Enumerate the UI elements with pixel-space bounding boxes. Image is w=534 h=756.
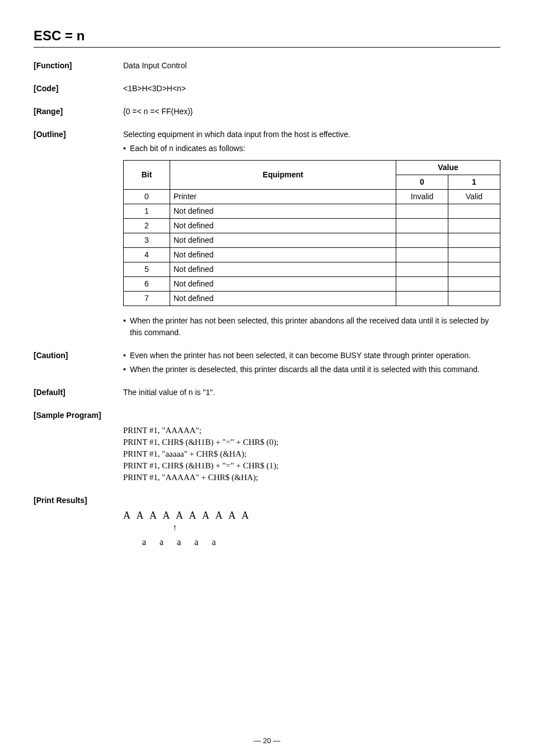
results-arrow: ↑ bbox=[172, 522, 500, 536]
function-label: [Function] bbox=[34, 60, 123, 72]
outline-bullet: Each bit of n indicates as follows: bbox=[123, 143, 500, 154]
sample-line: PRINT #1, "AAAAA" + CHR$ (&HA); bbox=[123, 472, 500, 483]
table-row: 4Not defined bbox=[124, 248, 500, 262]
table-row: 7Not defined bbox=[124, 292, 500, 306]
function-row: [Function] Data Input Control bbox=[34, 60, 500, 72]
table-row: 5Not defined bbox=[124, 262, 500, 277]
equipment-table: Bit Equipment Value 0 1 0PrinterInvalidV… bbox=[123, 160, 500, 306]
arrow-up-icon: ↑ bbox=[172, 521, 177, 534]
results-line-lower: a a a a a bbox=[142, 536, 500, 549]
outline-label: [Outline] bbox=[34, 129, 123, 339]
sample-line: PRINT #1, "aaaaa" + CHR$ (&HA); bbox=[123, 448, 500, 460]
default-row: [Default] The initial value of n is "1". bbox=[34, 387, 500, 398]
code-label: [Code] bbox=[34, 83, 123, 95]
caution-bullet-2: When the printer is deselected, this pri… bbox=[123, 364, 500, 375]
table-row: 6Not defined bbox=[124, 277, 500, 292]
th-0: 0 bbox=[396, 175, 448, 190]
sample-line: PRINT #1, CHR$ (&H1B) + "=" + CHR$ (0); bbox=[123, 436, 500, 448]
th-1: 1 bbox=[448, 175, 500, 190]
code-text: <1B>H<3D>H<n> bbox=[123, 83, 500, 95]
sample-line: PRINT #1, "AAAAA"; bbox=[123, 425, 500, 436]
results-line-upper: A A A A A A A A A A bbox=[123, 510, 500, 522]
table-row: 0PrinterInvalidValid bbox=[124, 190, 500, 204]
title-rule bbox=[34, 47, 500, 48]
sample-line: PRINT #1, CHR$ (&H1B) + "=" + CHR$ (1); bbox=[123, 460, 500, 472]
sample-code-block: PRINT #1, "AAAAA"; PRINT #1, CHR$ (&H1B)… bbox=[34, 425, 500, 483]
range-text: {0 =< n =< FF(Hex)} bbox=[123, 106, 500, 118]
function-text: Data Input Control bbox=[123, 60, 500, 72]
code-row: [Code] <1B>H<3D>H<n> bbox=[34, 83, 500, 95]
table-row: 2Not defined bbox=[124, 219, 500, 233]
caution-row: [Caution] Even when the printer has not … bbox=[34, 350, 500, 375]
th-equipment: Equipment bbox=[170, 161, 396, 190]
page-number: — 20 — bbox=[0, 736, 534, 745]
range-row: [Range] {0 =< n =< FF(Hex)} bbox=[34, 106, 500, 118]
default-label: [Default] bbox=[34, 387, 123, 398]
default-text: The initial value of n is "1". bbox=[123, 387, 500, 398]
results-row: [Print Results] bbox=[34, 495, 500, 506]
outline-row: [Outline] Selecting equipment in which d… bbox=[34, 129, 500, 339]
range-label: [Range] bbox=[34, 106, 123, 118]
table-row: 3Not defined bbox=[124, 233, 500, 248]
sample-label: [Sample Program] bbox=[34, 410, 123, 421]
results-label: [Print Results] bbox=[34, 495, 123, 506]
th-value: Value bbox=[396, 161, 500, 175]
th-bit: Bit bbox=[124, 161, 170, 190]
sample-row: [Sample Program] bbox=[34, 410, 500, 421]
outline-text: Selecting equipment in which data input … bbox=[123, 129, 500, 140]
table-row: 1Not defined bbox=[124, 204, 500, 219]
caution-bullet-1: Even when the printer has not been selec… bbox=[123, 350, 500, 361]
post-table-bullet: When the printer has not been selected, … bbox=[123, 315, 500, 339]
page-title: ESC = n bbox=[34, 28, 500, 44]
caution-label: [Caution] bbox=[34, 350, 123, 375]
results-block: A A A A A A A A A A ↑ a a a a a bbox=[34, 510, 500, 549]
